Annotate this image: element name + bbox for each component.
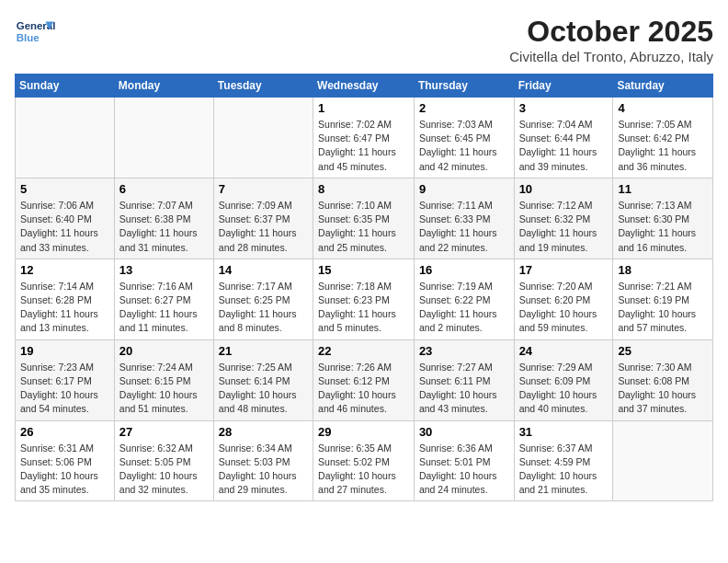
calendar-cell: 28Sunrise: 6:34 AM Sunset: 5:03 PM Dayli… [213,420,313,501]
calendar-week-row: 1Sunrise: 7:02 AM Sunset: 6:47 PM Daylig… [16,98,713,178]
day-number: 4 [618,101,708,115]
calendar-cell: 1Sunrise: 7:02 AM Sunset: 6:47 PM Daylig… [313,98,415,178]
calendar-cell: 25Sunrise: 7:30 AM Sunset: 6:08 PM Dayli… [613,339,713,420]
day-number: 28 [219,425,308,439]
day-number: 31 [519,425,609,439]
calendar-cell: 22Sunrise: 7:26 AM Sunset: 6:12 PM Dayli… [313,339,415,420]
day-number: 3 [519,101,609,115]
title-area: October 2025 Civitella del Tronto, Abruz… [509,15,713,64]
day-number: 8 [318,182,409,196]
day-info: Sunrise: 6:34 AM Sunset: 5:03 PM Dayligh… [219,442,308,498]
calendar-cell: 7Sunrise: 7:09 AM Sunset: 6:37 PM Daylig… [213,178,313,259]
calendar-cell: 8Sunrise: 7:10 AM Sunset: 6:35 PM Daylig… [313,178,415,259]
day-info: Sunrise: 7:10 AM Sunset: 6:35 PM Dayligh… [318,199,409,255]
calendar-cell: 9Sunrise: 7:11 AM Sunset: 6:33 PM Daylig… [414,178,514,259]
calendar-cell: 13Sunrise: 7:16 AM Sunset: 6:27 PM Dayli… [114,259,213,339]
day-info: Sunrise: 7:21 AM Sunset: 6:19 PM Dayligh… [618,280,708,336]
calendar-week-row: 26Sunrise: 6:31 AM Sunset: 5:06 PM Dayli… [16,420,713,501]
calendar-cell: 10Sunrise: 7:12 AM Sunset: 6:32 PM Dayli… [514,178,613,259]
day-number: 2 [419,101,509,115]
day-number: 14 [219,263,308,277]
calendar-cell: 24Sunrise: 7:29 AM Sunset: 6:09 PM Dayli… [514,339,613,420]
day-number: 16 [419,263,509,277]
day-number: 29 [318,425,409,439]
day-info: Sunrise: 7:27 AM Sunset: 6:11 PM Dayligh… [419,361,509,417]
day-number: 20 [119,344,209,358]
day-info: Sunrise: 7:30 AM Sunset: 6:08 PM Dayligh… [618,361,708,417]
day-number: 24 [519,344,609,358]
location-subtitle: Civitella del Tronto, Abruzzo, Italy [509,49,713,64]
calendar-cell: 4Sunrise: 7:05 AM Sunset: 6:42 PM Daylig… [613,98,713,178]
calendar-cell: 14Sunrise: 7:17 AM Sunset: 6:25 PM Dayli… [213,259,313,339]
day-info: Sunrise: 7:18 AM Sunset: 6:23 PM Dayligh… [318,280,409,336]
day-number: 25 [618,344,708,358]
day-number: 11 [618,182,708,196]
day-number: 27 [119,425,209,439]
day-info: Sunrise: 7:23 AM Sunset: 6:17 PM Dayligh… [20,361,109,417]
day-info: Sunrise: 6:35 AM Sunset: 5:02 PM Dayligh… [318,442,409,498]
calendar-cell: 19Sunrise: 7:23 AM Sunset: 6:17 PM Dayli… [16,339,115,420]
day-info: Sunrise: 7:05 AM Sunset: 6:42 PM Dayligh… [618,118,708,174]
day-info: Sunrise: 7:11 AM Sunset: 6:33 PM Dayligh… [419,199,509,255]
day-info: Sunrise: 7:19 AM Sunset: 6:22 PM Dayligh… [419,280,509,336]
header: General Blue October 2025 Civitella del … [15,15,713,64]
day-number: 30 [419,425,509,439]
day-number: 6 [119,182,209,196]
day-number: 22 [318,344,409,358]
calendar-cell: 12Sunrise: 7:14 AM Sunset: 6:28 PM Dayli… [16,259,115,339]
calendar-cell: 18Sunrise: 7:21 AM Sunset: 6:19 PM Dayli… [613,259,713,339]
calendar-cell: 15Sunrise: 7:18 AM Sunset: 6:23 PM Dayli… [313,259,415,339]
day-info: Sunrise: 7:20 AM Sunset: 6:20 PM Dayligh… [519,280,609,336]
calendar-cell: 21Sunrise: 7:25 AM Sunset: 6:14 PM Dayli… [213,339,313,420]
day-number: 1 [318,101,409,115]
logo: General Blue [15,15,57,48]
calendar-cell [16,98,115,178]
day-number: 17 [519,263,609,277]
calendar-cell: 26Sunrise: 6:31 AM Sunset: 5:06 PM Dayli… [16,420,115,501]
calendar-cell: 30Sunrise: 6:36 AM Sunset: 5:01 PM Dayli… [414,420,514,501]
day-number: 23 [419,344,509,358]
calendar-table: SundayMondayTuesdayWednesdayThursdayFrid… [15,74,713,501]
day-info: Sunrise: 6:37 AM Sunset: 4:59 PM Dayligh… [519,442,609,498]
calendar-cell: 3Sunrise: 7:04 AM Sunset: 6:44 PM Daylig… [514,98,613,178]
day-header-wednesday: Wednesday [313,75,415,98]
calendar-cell [213,98,313,178]
calendar-cell: 31Sunrise: 6:37 AM Sunset: 4:59 PM Dayli… [514,420,613,501]
svg-text:Blue: Blue [17,32,40,43]
day-info: Sunrise: 7:17 AM Sunset: 6:25 PM Dayligh… [219,280,308,336]
calendar-cell: 17Sunrise: 7:20 AM Sunset: 6:20 PM Dayli… [514,259,613,339]
day-header-friday: Friday [514,75,613,98]
day-number: 21 [219,344,308,358]
day-header-monday: Monday [114,75,213,98]
calendar-cell: 5Sunrise: 7:06 AM Sunset: 6:40 PM Daylig… [16,178,115,259]
day-info: Sunrise: 6:36 AM Sunset: 5:01 PM Dayligh… [419,442,509,498]
calendar-cell [114,98,213,178]
day-number: 26 [20,425,109,439]
calendar-cell: 6Sunrise: 7:07 AM Sunset: 6:38 PM Daylig… [114,178,213,259]
calendar-cell: 2Sunrise: 7:03 AM Sunset: 6:45 PM Daylig… [414,98,514,178]
day-number: 18 [618,263,708,277]
day-info: Sunrise: 7:24 AM Sunset: 6:15 PM Dayligh… [119,361,209,417]
day-info: Sunrise: 7:14 AM Sunset: 6:28 PM Dayligh… [20,280,109,336]
day-number: 7 [219,182,308,196]
calendar-cell [613,420,713,501]
calendar-cell: 20Sunrise: 7:24 AM Sunset: 6:15 PM Dayli… [114,339,213,420]
day-header-thursday: Thursday [414,75,514,98]
day-number: 13 [119,263,209,277]
day-info: Sunrise: 7:13 AM Sunset: 6:30 PM Dayligh… [618,199,708,255]
day-number: 9 [419,182,509,196]
day-info: Sunrise: 6:32 AM Sunset: 5:05 PM Dayligh… [119,442,209,498]
day-info: Sunrise: 7:25 AM Sunset: 6:14 PM Dayligh… [219,361,308,417]
day-info: Sunrise: 7:07 AM Sunset: 6:38 PM Dayligh… [119,199,209,255]
calendar-cell: 27Sunrise: 6:32 AM Sunset: 5:05 PM Dayli… [114,420,213,501]
day-number: 15 [318,263,409,277]
day-info: Sunrise: 7:26 AM Sunset: 6:12 PM Dayligh… [318,361,409,417]
day-info: Sunrise: 7:03 AM Sunset: 6:45 PM Dayligh… [419,118,509,174]
calendar-cell: 29Sunrise: 6:35 AM Sunset: 5:02 PM Dayli… [313,420,415,501]
day-info: Sunrise: 7:04 AM Sunset: 6:44 PM Dayligh… [519,118,609,174]
day-number: 19 [20,344,109,358]
calendar-week-row: 5Sunrise: 7:06 AM Sunset: 6:40 PM Daylig… [16,178,713,259]
day-header-tuesday: Tuesday [213,75,313,98]
day-header-sunday: Sunday [16,75,115,98]
day-info: Sunrise: 7:16 AM Sunset: 6:27 PM Dayligh… [119,280,209,336]
